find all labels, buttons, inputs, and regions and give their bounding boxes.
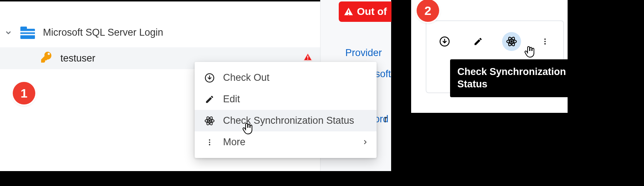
svg-rect-4 — [307, 56, 308, 58]
atom-icon — [204, 115, 215, 126]
tooltip-text: Check Synchronization Status — [457, 66, 566, 90]
provider-link[interactable]: Provider — [345, 47, 389, 59]
out-of-sync-text: Out of — [357, 6, 387, 17]
out-of-sync-badge: Out of — [339, 1, 391, 22]
svg-point-13 — [209, 144, 210, 145]
name-value-fragment: r — [384, 114, 387, 125]
menu-check-sync-label: Check Synchronization Status — [223, 115, 354, 126]
menu-check-out[interactable]: Check Out — [195, 67, 377, 88]
callout-badge-1: 1 — [13, 82, 35, 104]
toolbar-check-out-button[interactable] — [435, 32, 454, 51]
svg-point-21 — [544, 43, 546, 45]
menu-more-label: More — [223, 136, 246, 148]
folder-row[interactable]: Microsoft SQL Server Login — [4, 23, 163, 43]
svg-point-18 — [511, 41, 512, 42]
key-icon — [40, 51, 53, 66]
svg-point-20 — [544, 41, 546, 42]
entry-name: testuser — [60, 53, 95, 64]
svg-point-10 — [209, 120, 210, 122]
svg-point-12 — [209, 142, 210, 143]
panel-1-screenshot: Out of Provider ame Password soft r Micr… — [0, 0, 391, 171]
folder-icon — [20, 27, 35, 39]
panel-2-card: Check Synchronization Status — [426, 20, 564, 93]
download-circle-icon — [204, 73, 215, 83]
menu-edit-label: Edit — [223, 94, 240, 105]
menu-edit[interactable]: Edit — [195, 88, 377, 110]
chevron-down-icon[interactable] — [4, 29, 12, 37]
menu-check-sync[interactable]: Check Synchronization Status — [195, 110, 377, 131]
pencil-icon — [204, 95, 215, 104]
svg-point-11 — [209, 139, 210, 141]
folder-label: Microsoft SQL Server Login — [43, 27, 163, 38]
toolbar-check-sync-button[interactable] — [502, 32, 521, 51]
chevron-right-icon — [362, 136, 369, 148]
callout-badge-2: 2 — [417, 0, 439, 22]
callout-2-number: 2 — [425, 4, 432, 18]
entry-toolbar — [426, 32, 563, 51]
svg-rect-3 — [20, 34, 35, 35]
callout-1-number: 1 — [21, 86, 28, 100]
menu-check-out-label: Check Out — [223, 72, 270, 83]
svg-rect-1 — [20, 27, 27, 30]
context-menu: Check Out Edit Check Synchronization Sta… — [195, 62, 377, 158]
alert-triangle-icon — [344, 7, 353, 16]
toolbar-more-button[interactable] — [536, 32, 554, 51]
provider-value-fragment: soft — [375, 68, 391, 80]
svg-point-5 — [307, 59, 309, 60]
menu-more[interactable]: More — [195, 131, 377, 153]
toolbar-edit-button[interactable] — [469, 32, 488, 51]
more-vertical-icon — [204, 138, 215, 147]
svg-point-19 — [544, 39, 546, 40]
svg-rect-2 — [20, 31, 35, 32]
check-sync-tooltip: Check Synchronization Status — [450, 59, 583, 97]
